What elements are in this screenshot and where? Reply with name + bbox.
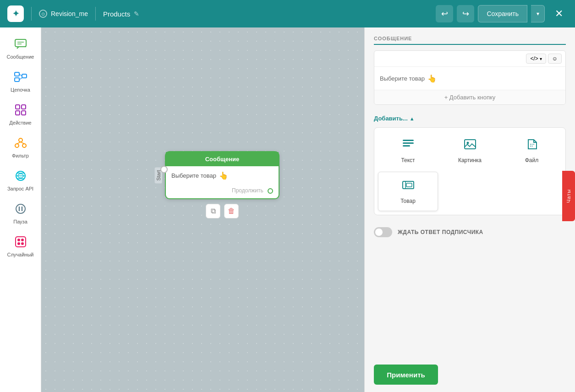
svg-line-16 [21, 142, 24, 144]
toggle-section: ЖДАТЬ ОТВЕТ ПОДПИСЧИКА [365, 221, 575, 244]
svg-rect-8 [16, 105, 20, 109]
sidebar: Сообщение Цепочка [0, 27, 41, 392]
message-icon [12, 36, 29, 52]
svg-rect-32 [465, 140, 476, 149]
header-actions: ↩ ↪ Сохранить ▾ ✕ [436, 5, 568, 22]
emoji-icon: 👆 [219, 171, 228, 180]
sidebar-label-filter: Фильтр [12, 153, 29, 158]
add-option-text[interactable]: Текст [378, 131, 438, 170]
node-actions: ⧉ 🗑 [206, 204, 239, 218]
sidebar-item-filter[interactable]: Фильтр [3, 131, 38, 162]
header-project: ⊙ Revision_me [39, 10, 88, 18]
action-icon [12, 102, 29, 118]
sidebar-label-random: Случайный [7, 252, 34, 257]
undo-button[interactable]: ↩ [436, 5, 453, 22]
duplicate-node-button[interactable]: ⧉ [206, 204, 220, 218]
svg-point-21 [16, 204, 25, 213]
message-toolbar: </> ▾ ☺ [374, 51, 565, 67]
chat-button[interactable]: Чаты [562, 171, 575, 221]
svg-rect-31 [403, 145, 410, 147]
main-layout: Сообщение Цепочка [0, 27, 575, 392]
filter-icon [12, 135, 29, 151]
toggle-knob [375, 229, 383, 236]
svg-line-15 [17, 142, 21, 144]
svg-rect-24 [16, 237, 26, 247]
code-button[interactable]: </> ▾ [526, 54, 546, 64]
message-input-area: </> ▾ ☺ Выберите товар 👆 + Добавить кноп… [374, 50, 566, 105]
add-option-image[interactable]: Картинка [440, 131, 500, 170]
add-option-product[interactable]: Товар [378, 172, 438, 211]
sidebar-item-random[interactable]: Случайный [3, 230, 38, 261]
tab-name: Products [103, 10, 130, 18]
pause-icon [12, 201, 29, 217]
sidebar-item-message[interactable]: Сообщение [3, 32, 38, 63]
sidebar-item-chain[interactable]: Цепочка [3, 65, 38, 96]
sidebar-item-action[interactable]: Действие [3, 98, 38, 129]
apply-button[interactable]: Применить [374, 365, 438, 385]
panel-spacer [365, 244, 575, 357]
close-button[interactable]: ✕ [550, 5, 568, 22]
flow-node-header: Сообщение [166, 152, 279, 166]
toggle-label: ЖДАТЬ ОТВЕТ ПОДПИСЧИКА [398, 229, 483, 235]
svg-rect-4 [15, 78, 19, 82]
wait-response-toggle[interactable] [374, 227, 392, 237]
svg-rect-3 [15, 72, 19, 76]
message-text: Выберите товар [380, 75, 425, 82]
delete-node-button[interactable]: 🗑 [224, 204, 239, 218]
flow-node-footer: Продолжить [166, 185, 279, 198]
flow-node-text: Выберите товар [171, 172, 216, 179]
header-divider [31, 7, 32, 21]
project-name: Revision_me [51, 10, 88, 17]
sidebar-label-action: Действие [9, 120, 31, 125]
right-panel: СООБЩЕНИЕ </> ▾ ☺ Выберите товар 👆 + [364, 27, 575, 392]
connector-right [268, 188, 273, 194]
product-option-label: Товар [400, 198, 416, 204]
text-add-icon [402, 138, 415, 153]
file-option-label: Файл [525, 157, 539, 163]
add-section-title[interactable]: Добавить... ▲ [374, 115, 566, 122]
svg-point-12 [19, 138, 22, 142]
add-button-link[interactable]: + Добавить кнопку [374, 90, 565, 104]
svg-rect-11 [22, 111, 26, 115]
redo-button[interactable]: ↪ [457, 5, 474, 22]
svg-rect-38 [406, 183, 412, 187]
header-divider2 [95, 7, 96, 21]
message-preview[interactable]: Выберите товар 👆 [374, 67, 565, 90]
header: ✦ ⊙ Revision_me Products ✎ ↩ ↪ Сохранить… [0, 0, 575, 27]
sidebar-item-pause[interactable]: Пауза [3, 197, 38, 228]
svg-rect-25 [17, 239, 20, 241]
tab-products[interactable]: Products ✎ [103, 10, 139, 18]
canvas-background [41, 27, 364, 392]
app-logo: ✦ [7, 5, 24, 22]
add-section: Добавить... ▲ Текст [365, 110, 575, 221]
message-section: СООБЩЕНИЕ </> ▾ ☺ Выберите товар 👆 + [365, 27, 575, 110]
edit-tab-icon[interactable]: ✎ [134, 10, 139, 17]
chat-sidebar: Чаты [562, 171, 575, 221]
flow-node-body: Выберите товар 👆 [166, 166, 279, 185]
svg-rect-9 [22, 105, 26, 109]
sidebar-label-api: Запрос API [7, 186, 33, 191]
svg-point-33 [466, 142, 469, 144]
save-dropdown-button[interactable]: ▾ [531, 5, 545, 22]
flow-node-message[interactable]: Сообщение Выберите товар 👆 Продолжить [165, 151, 279, 199]
project-icon: ⊙ [39, 10, 47, 18]
add-option-file[interactable]: Файл [502, 131, 562, 170]
node-connector-left [160, 166, 168, 173]
chain-icon [12, 69, 29, 85]
sidebar-item-api[interactable]: Запрос API [3, 164, 38, 195]
canvas[interactable]: Start Сообщение Выберите товар 👆 Продолж… [41, 27, 364, 392]
message-section-title: СООБЩЕНИЕ [374, 36, 566, 45]
image-add-icon [464, 138, 476, 153]
svg-point-14 [22, 144, 26, 147]
svg-rect-28 [21, 242, 24, 245]
random-icon [12, 234, 29, 250]
svg-rect-10 [16, 111, 20, 115]
image-option-label: Картинка [458, 157, 482, 163]
save-button[interactable]: Сохранить [478, 5, 527, 22]
svg-rect-5 [22, 74, 27, 78]
add-options-grid: Текст Картинка [374, 127, 566, 215]
sidebar-label-message: Сообщение [7, 54, 34, 60]
emoji-button[interactable]: ☺ [548, 54, 562, 64]
api-icon [12, 168, 29, 184]
panel-footer: Применить [365, 357, 575, 392]
